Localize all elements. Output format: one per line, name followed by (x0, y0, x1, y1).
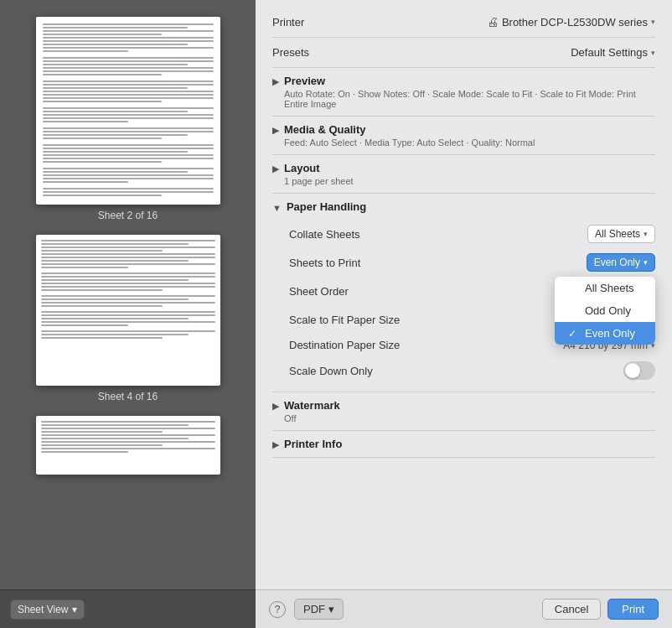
print-button[interactable]: Print (607, 599, 659, 620)
sheet-preview-3 (36, 416, 220, 475)
sheet-view-chevron: ▾ (72, 604, 77, 615)
watermark-content: Watermark Off (284, 399, 655, 423)
sheets-to-print-value[interactable]: Even Only ▾ All Sheets Odd Only (587, 253, 655, 272)
sheets-to-print-dropdown[interactable]: Even Only ▾ (587, 253, 655, 272)
sheet-label-2: Sheet 4 of 16 (36, 386, 220, 406)
section-media-quality[interactable]: ▶ Media & Quality Feed: Auto Select · Me… (272, 117, 655, 155)
scale-down-only-knob (625, 363, 640, 378)
presets-value: Default Settings (571, 46, 648, 59)
presets-value-group[interactable]: Default Settings ▾ (571, 46, 655, 59)
odd-only-label: Odd Only (585, 304, 631, 317)
toolbar-right: Cancel Print (542, 599, 659, 620)
collate-sheets-row: Collate Sheets All Sheets ▾ (272, 220, 655, 248)
option-even-only[interactable]: ✓ Even Only (555, 322, 655, 345)
printer-label: Printer (272, 16, 304, 29)
option-all-sheets[interactable]: All Sheets (555, 277, 655, 299)
watermark-arrow: ▶ (272, 401, 279, 412)
printer-chevron: ▾ (651, 18, 655, 26)
printer-row: Printer 🖨 Brother DCP-L2530DW series ▾ (272, 7, 655, 38)
even-only-label: Even Only (585, 327, 635, 340)
presets-label: Presets (272, 46, 309, 59)
scale-to-fit-label: Scale to Fit Paper Size (289, 314, 400, 326)
collate-sheets-label: Collate Sheets (289, 228, 360, 241)
section-layout[interactable]: ▶ Layout 1 page per sheet (272, 155, 655, 194)
sheets-to-print-row: Sheets to Print Even Only ▾ All Sheets (272, 248, 655, 277)
sheet-view-select[interactable]: Sheet View ▾ (10, 599, 85, 620)
sheets-to-print-popup: All Sheets Odd Only ✓ Even Only (555, 277, 655, 345)
option-odd-only[interactable]: Odd Only (555, 299, 655, 322)
sheet-preview-1: Sheet 2 of 16 (36, 17, 220, 225)
preview-title: Preview (284, 75, 655, 87)
pdf-chevron: ▾ (328, 603, 334, 615)
printer-value: Brother DCP-L2530DW series (502, 16, 648, 29)
layout-arrow: ▶ (272, 163, 279, 174)
media-quality-title: Media & Quality (284, 123, 655, 136)
destination-paper-size-label: Destination Paper Size (289, 339, 400, 351)
even-only-check: ✓ (568, 328, 580, 340)
sheet-view-toolbar: Sheet View ▾ (0, 589, 256, 628)
bottom-toolbar: ? PDF ▾ Cancel Print (256, 589, 672, 628)
watermark-title: Watermark (284, 399, 655, 412)
all-sheets-label: All Sheets (585, 282, 634, 294)
preview-content: Preview Auto Rotate: On · Show Notes: Of… (284, 75, 655, 109)
paper-handling-arrow: ▼ (272, 203, 282, 213)
sheet-label-1: Sheet 2 of 16 (36, 205, 220, 225)
watermark-subtitle: Off (284, 413, 655, 423)
sheets-to-print-text: Even Only (594, 257, 640, 268)
scale-down-only-row: Scale Down Only (272, 356, 655, 385)
printer-info-arrow: ▶ (272, 439, 279, 450)
printer-icon: 🖨 (487, 15, 499, 29)
printer-info-content: Printer Info (284, 438, 655, 450)
layout-content: Layout 1 page per sheet (284, 162, 655, 186)
layout-subtitle: 1 page per sheet (284, 176, 655, 186)
sheet-order-label: Sheet Order (289, 285, 349, 298)
pdf-label: PDF (303, 603, 325, 615)
collate-sheets-text: All Sheets (595, 228, 640, 240)
section-printer-info[interactable]: ▶ Printer Info (272, 431, 655, 458)
preview-subtitle: Auto Rotate: On · Show Notes: Off · Scal… (284, 89, 655, 109)
sheet-view-label: Sheet View (18, 604, 69, 615)
pdf-button[interactable]: PDF ▾ (294, 599, 344, 620)
scale-down-only-toggle[interactable] (623, 361, 655, 380)
media-quality-arrow: ▶ (272, 125, 279, 136)
paper-handling-header[interactable]: ▼ Paper Handling (272, 194, 655, 220)
toolbar-left: ? PDF ▾ (269, 599, 344, 620)
paper-handling-title: Paper Handling (287, 200, 366, 213)
sheet-preview-2: Sheet 4 of 16 (36, 235, 220, 406)
sheets-to-print-chevron: ▾ (644, 258, 648, 267)
collate-sheets-value[interactable]: All Sheets ▾ (587, 225, 655, 243)
layout-title: Layout (284, 162, 655, 174)
scale-down-only-label: Scale Down Only (289, 365, 373, 377)
help-button[interactable]: ? (269, 601, 286, 618)
sheets-to-print-label: Sheets to Print (289, 257, 360, 269)
collate-chevron: ▾ (644, 230, 648, 238)
printer-value-group: 🖨 Brother DCP-L2530DW series ▾ (487, 15, 655, 29)
presets-chevron: ▾ (651, 49, 655, 57)
section-watermark[interactable]: ▶ Watermark Off (272, 392, 655, 431)
section-paper-handling: ▼ Paper Handling Collate Sheets All Shee… (272, 194, 655, 392)
media-quality-content: Media & Quality Feed: Auto Select · Medi… (284, 123, 655, 148)
preview-arrow: ▶ (272, 76, 279, 87)
presets-row: Presets Default Settings ▾ (272, 38, 655, 68)
section-preview[interactable]: ▶ Preview Auto Rotate: On · Show Notes: … (272, 68, 655, 117)
left-preview-panel: Sheet 2 of 16 (0, 0, 256, 628)
media-quality-subtitle: Feed: Auto Select · Media Type: Auto Sel… (284, 138, 655, 148)
right-settings-panel: Printer 🖨 Brother DCP-L2530DW series ▾ P… (256, 0, 672, 628)
cancel-button[interactable]: Cancel (542, 599, 601, 620)
printer-info-title: Printer Info (284, 438, 655, 450)
collate-sheets-dropdown[interactable]: All Sheets ▾ (587, 225, 655, 243)
